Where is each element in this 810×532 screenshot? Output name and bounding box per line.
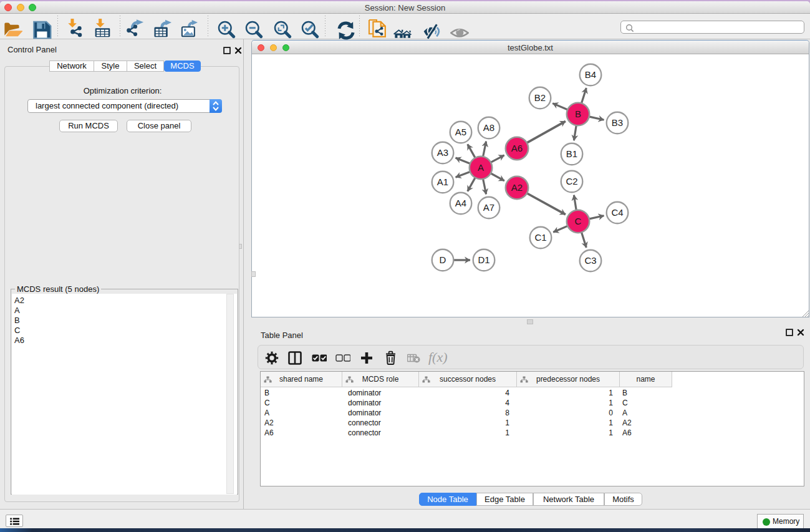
svg-text:A: A <box>478 162 484 173</box>
svg-text:A7: A7 <box>483 202 494 213</box>
svg-text:A5: A5 <box>455 127 466 137</box>
svg-text:B3: B3 <box>612 117 623 128</box>
svg-text:A6: A6 <box>511 143 523 153</box>
svg-text:A4: A4 <box>455 198 466 208</box>
svg-text:B: B <box>575 109 581 119</box>
svg-text:A2: A2 <box>511 182 523 193</box>
svg-text:C4: C4 <box>611 207 623 218</box>
svg-text:A1: A1 <box>437 177 448 187</box>
svg-text:C2: C2 <box>566 176 577 186</box>
svg-text:D: D <box>440 254 446 265</box>
svg-text:B4: B4 <box>585 69 596 80</box>
svg-text:D1: D1 <box>478 254 489 265</box>
svg-text:C: C <box>575 216 582 226</box>
svg-text:B1: B1 <box>566 148 577 159</box>
svg-text:B2: B2 <box>534 92 546 103</box>
svg-text:C1: C1 <box>534 232 546 243</box>
svg-text:C3: C3 <box>584 255 596 266</box>
svg-text:A8: A8 <box>483 122 494 133</box>
svg-text:A3: A3 <box>437 147 448 158</box>
